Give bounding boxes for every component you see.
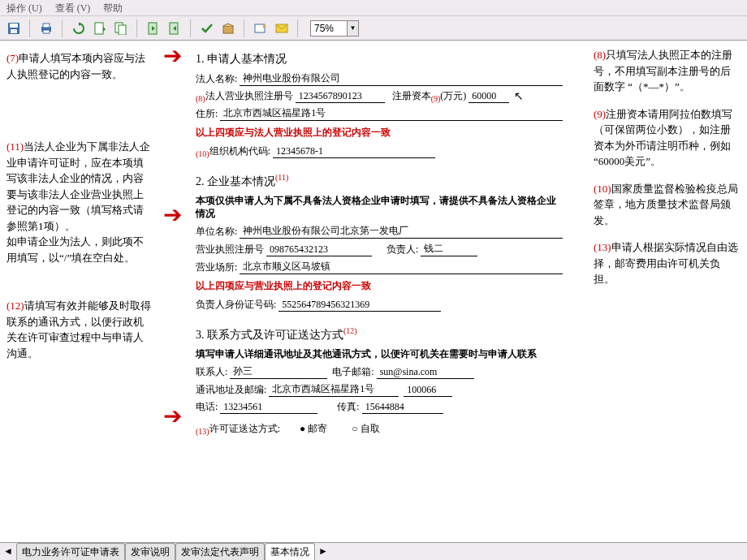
package-icon[interactable] <box>219 19 237 37</box>
zip-value: 100066 <box>404 384 452 397</box>
svg-rect-5 <box>43 30 50 33</box>
chevron-down-icon[interactable]: ▼ <box>347 21 358 36</box>
note-9-text: 注册资本请用阿拉伯数填写（可保留两位小数），如注册资本为外币请注明币种，例如 “… <box>594 108 732 168</box>
menu-help[interactable]: 帮助 <box>103 2 123 14</box>
delivery-label: 许可证送达方式: <box>209 422 280 436</box>
tab-application[interactable]: 电力业务许可证申请表 <box>16 543 125 561</box>
email-value: sun@sina.com <box>377 366 474 379</box>
sheet-tabs: ◄ 电力业务许可证申请表 发审说明 发审法定代表声明 基本情况 ► <box>0 542 747 560</box>
doc-copy-icon[interactable] <box>112 19 130 37</box>
person-label: 负责人: <box>386 243 418 256</box>
note-13-text: 申请人根据实际情况自由选择，邮寄费用由许可机关负担。 <box>594 241 738 285</box>
svg-rect-2 <box>11 29 17 33</box>
unit-label: 单位名称: <box>196 225 237 239</box>
note-11-text: 当法人企业为下属非法人企业申请许可证时，应在本项填写该非法人企业的情况，内容要与… <box>6 140 150 232</box>
contact-label: 联系人: <box>196 365 227 379</box>
arrow-icon: ➔ <box>163 201 182 228</box>
section2-title: 2. 企业基本情况 <box>196 175 275 187</box>
place-label: 营业场所: <box>196 261 237 274</box>
section1-tip: 以上四项应与法人营业执照上的登记内容一致 <box>196 126 563 140</box>
form-page: ➔ ➔ ➔ 1. 申请人基本情况 法人名称: 神州电业股份有限公司 (8)法人营… <box>160 41 587 542</box>
tel-value: 13234561 <box>220 401 317 414</box>
arrow-icon: ➔ <box>163 403 182 429</box>
svg-rect-4 <box>43 24 50 28</box>
capital-label: 注册资本 <box>392 89 431 103</box>
section2-intro: 本项仅供申请人为下属不具备法人资格企业申请时填写，请提供不具备法人资格企业情况 <box>196 194 563 222</box>
tab-declaration[interactable]: 发审法定代表声明 <box>175 543 265 561</box>
legal-name-label: 法人名称: <box>196 72 237 86</box>
tab-nav-left-icon[interactable]: ◄ <box>3 545 13 558</box>
license-label: 法人营业执照注册号 <box>205 89 293 103</box>
note-7-num: (7) <box>6 52 19 64</box>
section3-title: 3. 联系方式及许可证送达方式 <box>196 329 343 341</box>
menu-bar: 操作 (U) 查看 (V) 帮助 <box>0 0 747 16</box>
unit-value: 神州电业股份有限公司北京第一发电厂 <box>240 224 563 239</box>
legal-name-value: 神州电业股份有限公司 <box>240 71 563 86</box>
note-13-num: (13) <box>594 241 611 253</box>
note-12-num: (12) <box>6 299 24 312</box>
note-10-num: (10) <box>594 183 611 195</box>
send-icon[interactable] <box>252 19 270 37</box>
addr-label: 住所: <box>196 107 218 121</box>
org-label: 组织机构代码: <box>209 144 270 158</box>
menu-action[interactable]: 操作 (U) <box>6 2 42 14</box>
id-value: 552564789456321369 <box>279 299 441 312</box>
cursor-icon: ↖ <box>514 89 524 103</box>
license-value: 1234567890123 <box>296 90 385 103</box>
zoom-selector[interactable]: ▼ <box>310 20 359 37</box>
svg-rect-11 <box>223 26 233 33</box>
person-value: 钱二 <box>421 242 477 256</box>
place-value: 北京市顺义区马坡镇 <box>240 260 563 274</box>
email-label: 电子邮箱: <box>332 365 374 379</box>
svg-rect-8 <box>119 25 126 35</box>
svg-rect-1 <box>10 24 18 28</box>
save-icon[interactable] <box>5 19 23 37</box>
s2-license-value: 098765432123 <box>266 243 372 256</box>
fax-value: 15644884 <box>362 401 443 414</box>
org-value: 12345678-1 <box>273 145 435 158</box>
right-annotations: (8)只填写法人执照正本的注册号，不用填写副本注册号的后面数字 “（*—*）”。… <box>587 41 747 542</box>
toolbar: ▼ <box>0 16 747 41</box>
tab-nav-right-icon[interactable]: ► <box>318 545 328 558</box>
contact-value: 孙三 <box>230 364 327 379</box>
s2-license-label: 营业执照注册号 <box>196 243 264 256</box>
arrow-icon: ➔ <box>163 42 182 69</box>
id-label: 负责人身份证号码: <box>196 298 276 312</box>
addr-value: 北京市西城区福星路1号 <box>220 106 563 121</box>
note-9-num: (9) <box>594 108 606 120</box>
note-12-text: 请填写有效并能够及时取得联系的通讯方式，以便行政机关在许可审查过程中与申请人沟通… <box>6 299 151 360</box>
section3-intro: 填写申请人详细通讯地址及其他通讯方式，以便许可机关在需要时与申请人联系 <box>196 347 563 361</box>
tab-review-note[interactable]: 发审说明 <box>125 543 175 561</box>
document-viewport[interactable]: ➔ ➔ ➔ 1. 申请人基本情况 法人名称: 神州电业股份有限公司 (8)法人营… <box>160 41 587 542</box>
tel-label: 电话: <box>196 400 218 414</box>
delivery-mail-radio[interactable]: ● 邮寄 <box>300 422 327 436</box>
tab-basic-info[interactable]: 基本情况 <box>265 543 315 561</box>
print-icon[interactable] <box>37 19 55 37</box>
note-11-num: (11) <box>6 140 24 153</box>
left-annotations: (7)申请人填写本项内容应与法人执照登记的内容一致。 (11)当法人企业为下属非… <box>0 41 160 542</box>
refresh-icon[interactable] <box>70 19 88 37</box>
export-icon[interactable] <box>166 19 184 37</box>
workspace: (7)申请人填写本项内容应与法人执照登记的内容一致。 (11)当法人企业为下属非… <box>0 41 747 542</box>
doc-new-icon[interactable] <box>91 19 109 37</box>
delivery-pickup-radio[interactable]: ○ 自取 <box>352 422 379 436</box>
zoom-input[interactable] <box>311 23 347 34</box>
capital-unit: (万元) <box>440 89 466 103</box>
section1-title: 1. 申请人基本情况 <box>196 52 563 67</box>
capital-value: 60000 <box>468 90 509 103</box>
check-icon[interactable] <box>198 19 216 37</box>
note-11-text2: 如申请企业为法人，则此项不用填写，以“/”填在空白处。 <box>6 235 144 264</box>
mail-icon[interactable] <box>273 19 291 37</box>
note-8-text: 只填写法人执照正本的注册号，不用填写副本注册号的后面数字 “（*—*）”。 <box>594 49 732 93</box>
fax-label: 传真: <box>337 400 359 414</box>
svg-rect-6 <box>95 23 103 34</box>
import-icon[interactable] <box>145 19 162 37</box>
note-10-text: 国家质量监督检验检疫总局签章，地方质量技术监督局颁发。 <box>594 183 738 226</box>
section2-tip: 以上四项应与营业执照上的登记内容一致 <box>196 279 563 293</box>
mail-value: 北京市西城区福星路1号 <box>269 382 399 397</box>
mail-label: 通讯地址及邮编: <box>196 383 266 397</box>
note-7-text: 申请人填写本项内容应与法人执照登记的内容一致。 <box>6 52 145 80</box>
menu-view[interactable]: 查看 (V) <box>55 2 91 14</box>
note-8-num: (8) <box>594 49 606 61</box>
